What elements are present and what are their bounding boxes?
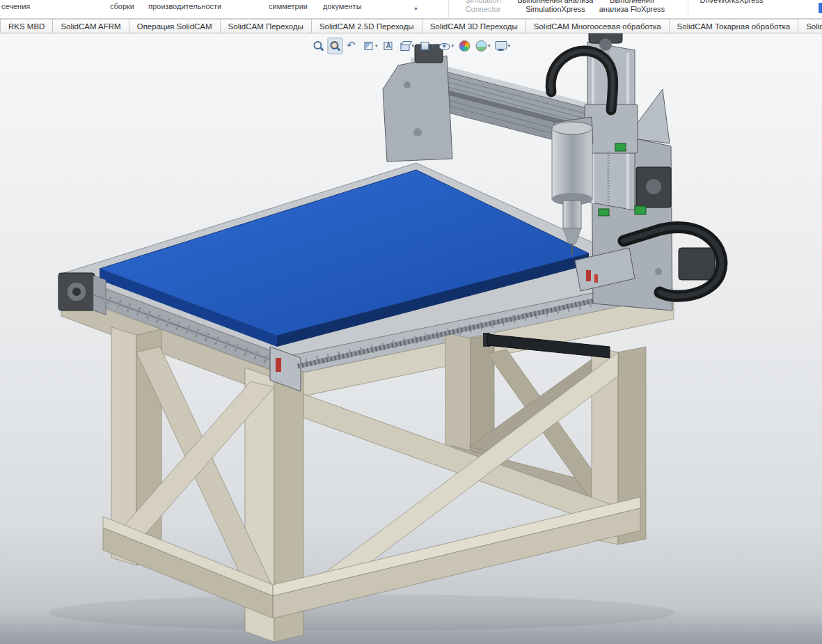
tab-операция-solidcam[interactable]: Операция SolidCAM	[129, 19, 221, 33]
dropdown-arrow-icon[interactable]: ▾	[411, 43, 414, 49]
ribbon-group-label: документы	[323, 2, 362, 10]
tab-solidcam-переходы[interactable]: SolidCAM Переходы	[220, 19, 312, 33]
view-settings-icon	[495, 40, 507, 52]
tab-solidcam-ш[interactable]: SolidCAM Ш	[798, 19, 822, 33]
ribbon: сечениясборкипроизводительностисимметрии…	[0, 0, 822, 19]
hide-show-items-button[interactable]: ▾	[437, 38, 456, 54]
ribbon-group-label: симметрии	[269, 2, 308, 10]
ribbon-group-label: сечения	[1, 2, 30, 10]
ribbon-command-line2: DriveWorksXpress	[690, 0, 773, 5]
view-orientation-icon	[398, 40, 411, 52]
apply-scene-button[interactable]: ▾	[473, 38, 492, 54]
hide-show-items-icon	[438, 40, 451, 52]
dynamic-annotation-views-button[interactable]	[380, 38, 395, 54]
dropdown-arrow-icon[interactable]: ▾	[508, 43, 511, 49]
ribbon-command[interactable]: DriveWorksXpress	[690, 0, 773, 5]
ribbon-edge-icon[interactable]	[819, 3, 822, 13]
zoom-to-fit-icon	[312, 40, 324, 52]
tab-rks-mbd[interactable]: RKS MBD	[0, 19, 53, 33]
ribbon-command[interactable]: Выполнения анализаSimulationXpress	[516, 0, 594, 14]
commandmanager-tabs: RKS MBDSolidCAM AFRMОперация SolidCAMSol…	[0, 19, 822, 33]
ribbon-separator	[448, 0, 449, 19]
section-view-icon	[362, 40, 374, 52]
graphics-viewport[interactable]: ▾▾▾▾▾▾	[0, 33, 822, 644]
tab-solidcam-3d-переходы[interactable]: SolidCAM 3D Переходы	[422, 19, 526, 33]
dynamic-annotation-views-icon	[381, 40, 394, 52]
ribbon-command-line2: SimulationXpress	[516, 5, 594, 14]
dropdown-arrow-icon[interactable]: ▾	[452, 43, 455, 49]
edit-appearance-icon	[458, 40, 471, 52]
ribbon-command-line1: Выполнения	[593, 0, 671, 5]
dropdown-arrow-icon[interactable]: ▾	[488, 43, 491, 49]
tab-solidcam-afrm[interactable]: SolidCAM AFRM	[52, 19, 129, 33]
apply-scene-icon	[475, 40, 487, 52]
ribbon-command-line1: Simulation	[451, 0, 515, 5]
ribbon-group-label: производительности	[148, 2, 221, 10]
ribbon-command[interactable]: Выполненияанализа FloXpress	[593, 0, 671, 14]
previous-view-icon	[345, 40, 358, 52]
ribbon-group-label: сборки	[110, 2, 134, 10]
edit-appearance-button[interactable]	[457, 38, 472, 54]
dropdown-arrow-icon[interactable]: ▼	[413, 6, 418, 11]
heads-up-view-toolbar: ▾▾▾▾▾▾	[310, 38, 512, 54]
tab-solidcam-многоосевая-обработка[interactable]: SolidCAM Многоосевая обработка	[525, 19, 670, 33]
dropdown-arrow-icon[interactable]: ▾	[375, 43, 378, 49]
ribbon-command-line2: Connector	[451, 5, 515, 14]
zoom-to-fit-button[interactable]	[310, 38, 326, 54]
tab-solidcam-токарная-обработка[interactable]: SolidCAM Токарная обработка	[669, 19, 799, 33]
ribbon-command-line2: анализа FloXpress	[593, 5, 671, 14]
ribbon-command-line1: Выполнения анализа	[516, 0, 594, 5]
display-style-button[interactable]: ▾	[417, 38, 436, 54]
section-view-button[interactable]: ▾	[361, 38, 379, 54]
ribbon-command: SimulationConnector	[451, 0, 515, 14]
view-settings-button[interactable]: ▾	[493, 38, 512, 54]
previous-view-button[interactable]	[344, 38, 359, 54]
display-style-icon	[418, 40, 431, 52]
view-orientation-button[interactable]: ▾	[397, 38, 416, 54]
zoom-to-area-button[interactable]	[327, 38, 342, 54]
dropdown-arrow-icon[interactable]: ▾	[432, 43, 434, 49]
cnc-machine-model	[0, 33, 822, 644]
tab-solidcam-2.5d-переходы[interactable]: SolidCAM 2.5D Переходы	[311, 19, 422, 33]
ribbon-separator	[688, 0, 688, 19]
zoom-to-area-icon	[329, 40, 341, 52]
